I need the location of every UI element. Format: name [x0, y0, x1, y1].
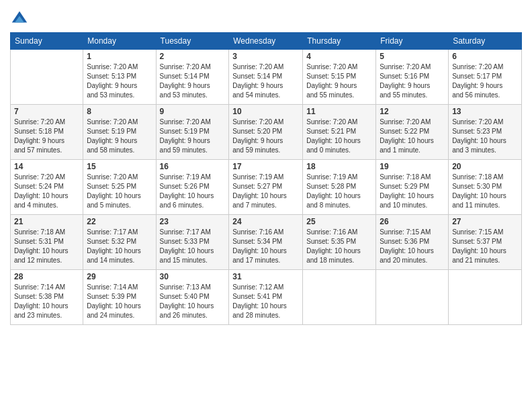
calendar-cell: [449, 270, 522, 325]
day-number: 8: [87, 107, 152, 116]
day-info: Sunrise: 7:18 AM Sunset: 5:29 PM Dayligh…: [380, 173, 445, 210]
day-info: Sunrise: 7:18 AM Sunset: 5:31 PM Dayligh…: [14, 228, 79, 265]
calendar-cell: 17Sunrise: 7:19 AM Sunset: 5:27 PM Dayli…: [229, 160, 303, 215]
calendar-cell: 1Sunrise: 7:20 AM Sunset: 5:13 PM Daylig…: [83, 50, 156, 105]
header: [10, 7, 522, 28]
col-header-tuesday: Tuesday: [156, 33, 229, 50]
day-info: Sunrise: 7:20 AM Sunset: 5:20 PM Dayligh…: [232, 118, 299, 155]
calendar-cell: 15Sunrise: 7:20 AM Sunset: 5:25 PM Dayli…: [83, 160, 156, 215]
day-info: Sunrise: 7:13 AM Sunset: 5:40 PM Dayligh…: [160, 283, 226, 320]
calendar-week-3: 14Sunrise: 7:20 AM Sunset: 5:24 PM Dayli…: [11, 160, 522, 215]
logo-icon: [10, 9, 29, 28]
day-number: 15: [87, 162, 152, 171]
calendar-cell: 19Sunrise: 7:18 AM Sunset: 5:29 PM Dayli…: [376, 160, 449, 215]
day-info: Sunrise: 7:14 AM Sunset: 5:38 PM Dayligh…: [14, 283, 79, 320]
calendar-cell: 10Sunrise: 7:20 AM Sunset: 5:20 PM Dayli…: [229, 105, 303, 160]
day-number: 3: [232, 52, 299, 61]
calendar-cell: 14Sunrise: 7:20 AM Sunset: 5:24 PM Dayli…: [11, 160, 83, 215]
calendar-cell: 27Sunrise: 7:15 AM Sunset: 5:37 PM Dayli…: [449, 215, 522, 270]
calendar-cell: 8Sunrise: 7:20 AM Sunset: 5:19 PM Daylig…: [83, 105, 156, 160]
day-info: Sunrise: 7:20 AM Sunset: 5:14 PM Dayligh…: [160, 62, 226, 100]
calendar-cell: 25Sunrise: 7:16 AM Sunset: 5:35 PM Dayli…: [303, 215, 376, 270]
day-number: 14: [14, 162, 79, 171]
day-info: Sunrise: 7:15 AM Sunset: 5:37 PM Dayligh…: [452, 228, 518, 265]
calendar-cell: 23Sunrise: 7:17 AM Sunset: 5:33 PM Dayli…: [156, 215, 229, 270]
day-number: 10: [232, 107, 299, 116]
day-number: 16: [160, 162, 226, 171]
day-number: 26: [380, 217, 445, 226]
day-number: 28: [14, 272, 79, 281]
day-info: Sunrise: 7:20 AM Sunset: 5:23 PM Dayligh…: [452, 118, 518, 155]
day-number: 29: [87, 272, 152, 281]
calendar-cell: 16Sunrise: 7:19 AM Sunset: 5:26 PM Dayli…: [156, 160, 229, 215]
day-number: 30: [160, 272, 226, 281]
day-number: 21: [14, 217, 79, 226]
day-number: 17: [232, 162, 299, 171]
calendar-week-5: 28Sunrise: 7:14 AM Sunset: 5:38 PM Dayli…: [11, 270, 522, 325]
day-number: 23: [160, 217, 226, 226]
day-number: 24: [232, 217, 299, 226]
calendar-cell: [11, 50, 83, 105]
logo: [10, 9, 32, 28]
calendar-cell: 26Sunrise: 7:15 AM Sunset: 5:36 PM Dayli…: [376, 215, 449, 270]
calendar-cell: 24Sunrise: 7:16 AM Sunset: 5:34 PM Dayli…: [229, 215, 303, 270]
day-number: 7: [14, 107, 79, 116]
day-number: 22: [87, 217, 152, 226]
day-info: Sunrise: 7:20 AM Sunset: 5:21 PM Dayligh…: [306, 118, 372, 155]
calendar-cell: 12Sunrise: 7:20 AM Sunset: 5:22 PM Dayli…: [376, 105, 449, 160]
day-number: 25: [306, 217, 372, 226]
col-header-sunday: Sunday: [11, 33, 83, 50]
day-info: Sunrise: 7:20 AM Sunset: 5:16 PM Dayligh…: [380, 62, 445, 100]
day-info: Sunrise: 7:20 AM Sunset: 5:22 PM Dayligh…: [380, 118, 445, 155]
col-header-monday: Monday: [83, 33, 156, 50]
day-info: Sunrise: 7:16 AM Sunset: 5:35 PM Dayligh…: [306, 228, 372, 265]
day-number: 5: [380, 52, 445, 61]
day-number: 18: [306, 162, 372, 171]
day-number: 1: [87, 52, 152, 61]
day-number: 11: [306, 107, 372, 116]
calendar-header-row: SundayMondayTuesdayWednesdayThursdayFrid…: [11, 33, 522, 50]
day-number: 31: [232, 272, 299, 281]
day-number: 27: [452, 217, 518, 226]
day-info: Sunrise: 7:17 AM Sunset: 5:33 PM Dayligh…: [160, 228, 226, 265]
calendar-cell: 22Sunrise: 7:17 AM Sunset: 5:32 PM Dayli…: [83, 215, 156, 270]
day-number: 9: [160, 107, 226, 116]
calendar-cell: 3Sunrise: 7:20 AM Sunset: 5:14 PM Daylig…: [229, 50, 303, 105]
calendar-cell: 29Sunrise: 7:14 AM Sunset: 5:39 PM Dayli…: [83, 270, 156, 325]
calendar-cell: 20Sunrise: 7:18 AM Sunset: 5:30 PM Dayli…: [449, 160, 522, 215]
calendar-cell: 28Sunrise: 7:14 AM Sunset: 5:38 PM Dayli…: [11, 270, 83, 325]
day-info: Sunrise: 7:19 AM Sunset: 5:27 PM Dayligh…: [232, 173, 299, 210]
calendar-week-4: 21Sunrise: 7:18 AM Sunset: 5:31 PM Dayli…: [11, 215, 522, 270]
col-header-friday: Friday: [376, 33, 449, 50]
calendar-cell: 2Sunrise: 7:20 AM Sunset: 5:14 PM Daylig…: [156, 50, 229, 105]
day-info: Sunrise: 7:20 AM Sunset: 5:18 PM Dayligh…: [14, 118, 79, 155]
col-header-wednesday: Wednesday: [229, 33, 303, 50]
day-info: Sunrise: 7:20 AM Sunset: 5:25 PM Dayligh…: [87, 173, 152, 210]
calendar-cell: 18Sunrise: 7:19 AM Sunset: 5:28 PM Dayli…: [303, 160, 376, 215]
day-number: 2: [160, 52, 226, 61]
calendar-cell: 9Sunrise: 7:20 AM Sunset: 5:19 PM Daylig…: [156, 105, 229, 160]
day-info: Sunrise: 7:20 AM Sunset: 5:13 PM Dayligh…: [87, 62, 152, 100]
calendar-week-2: 7Sunrise: 7:20 AM Sunset: 5:18 PM Daylig…: [11, 105, 522, 160]
day-number: 19: [380, 162, 445, 171]
calendar-cell: 4Sunrise: 7:20 AM Sunset: 5:15 PM Daylig…: [303, 50, 376, 105]
calendar-cell: [376, 270, 449, 325]
day-info: Sunrise: 7:19 AM Sunset: 5:26 PM Dayligh…: [160, 173, 226, 210]
day-number: 20: [452, 162, 518, 171]
day-info: Sunrise: 7:15 AM Sunset: 5:36 PM Dayligh…: [380, 228, 445, 265]
col-header-thursday: Thursday: [303, 33, 376, 50]
calendar-cell: 21Sunrise: 7:18 AM Sunset: 5:31 PM Dayli…: [11, 215, 83, 270]
day-info: Sunrise: 7:16 AM Sunset: 5:34 PM Dayligh…: [232, 228, 299, 265]
day-info: Sunrise: 7:17 AM Sunset: 5:32 PM Dayligh…: [87, 228, 152, 265]
col-header-saturday: Saturday: [449, 33, 522, 50]
day-info: Sunrise: 7:14 AM Sunset: 5:39 PM Dayligh…: [87, 283, 152, 320]
day-info: Sunrise: 7:20 AM Sunset: 5:19 PM Dayligh…: [160, 118, 226, 155]
day-info: Sunrise: 7:18 AM Sunset: 5:30 PM Dayligh…: [452, 173, 518, 210]
calendar-cell: 31Sunrise: 7:12 AM Sunset: 5:41 PM Dayli…: [229, 270, 303, 325]
calendar-cell: 7Sunrise: 7:20 AM Sunset: 5:18 PM Daylig…: [11, 105, 83, 160]
page-container: SundayMondayTuesdayWednesdayThursdayFrid…: [0, 0, 532, 332]
calendar-cell: 5Sunrise: 7:20 AM Sunset: 5:16 PM Daylig…: [376, 50, 449, 105]
calendar-cell: [303, 270, 376, 325]
day-number: 6: [452, 52, 518, 61]
day-number: 4: [306, 52, 372, 61]
